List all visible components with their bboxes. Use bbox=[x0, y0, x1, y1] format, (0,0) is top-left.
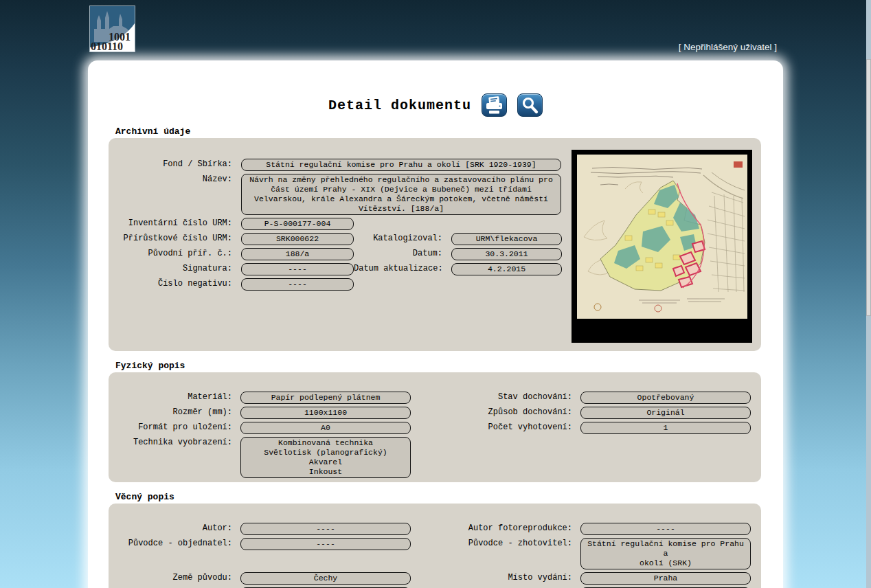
nazev-label: Název: bbox=[109, 174, 237, 185]
technika-line: Kombinovaná technika bbox=[244, 438, 407, 448]
stav-value: Opotřebovaný bbox=[580, 392, 751, 404]
scrollbar-thumb[interactable] bbox=[866, 59, 871, 316]
signatura-label: Signatura: bbox=[109, 263, 237, 275]
technika-label: Technika vyobrazení: bbox=[109, 437, 237, 449]
field-row-material-stav: Materiál: Papír podlepený plátnem Stav d… bbox=[109, 392, 761, 404]
cathedral-logo-icon: 1001 010110 bbox=[90, 6, 135, 52]
format-value: A0 bbox=[240, 422, 411, 434]
autor-fotoreprodukce-label: Autor fotoreprodukce: bbox=[411, 523, 577, 534]
cislo-negativu-label: Číslo negativu: bbox=[109, 278, 237, 290]
print-button[interactable] bbox=[482, 93, 507, 117]
material-label: Materiál: bbox=[109, 392, 237, 403]
fond-label: Fond / Sbírka: bbox=[109, 159, 237, 170]
field-row-puvodce: Původce - objednatel: ---- Původce - zho… bbox=[109, 538, 761, 569]
format-label: Formát pro uložení: bbox=[109, 422, 237, 433]
section-subject-title: Věcný popis bbox=[115, 492, 761, 502]
section-archival-box: Fond / Sbírka: Státní regulační komise p… bbox=[109, 138, 761, 351]
katalogizoval-value: URM\flekacova bbox=[451, 233, 562, 245]
document-thumbnail[interactable] bbox=[572, 150, 752, 343]
pocet-value: 1 bbox=[580, 422, 751, 434]
puvodce-zhotovitel-label: Původce - zhotovitel: bbox=[411, 538, 577, 550]
zeme-puvodu-value: Čechy bbox=[240, 572, 411, 585]
inventarni-label: Inventární číslo URM: bbox=[109, 218, 237, 229]
nazev-value: Návrh na změny přehledného regulačního a… bbox=[241, 174, 561, 215]
puvodce-objednatel-value: ---- bbox=[240, 538, 411, 550]
page-title: Detail dokumentu bbox=[328, 98, 471, 113]
stav-label: Stav dochování: bbox=[411, 392, 577, 403]
site-logo[interactable]: 1001 010110 bbox=[89, 5, 135, 52]
datum-aktualizace-label: Datum aktualizace: bbox=[354, 263, 447, 275]
fond-value: Státní regulační komise pro Prahu a okol… bbox=[241, 159, 561, 171]
zpusob-label: Způsob dochování: bbox=[411, 407, 577, 418]
technika-line: Akvarel bbox=[244, 457, 407, 467]
scrollbar[interactable] bbox=[866, 0, 871, 588]
section-archival-title: Archivní údaje bbox=[115, 126, 761, 137]
search-icon bbox=[518, 94, 542, 116]
rozmer-value: 1100x1100 bbox=[240, 407, 411, 419]
material-value: Papír podlepený plátnem bbox=[240, 392, 411, 404]
field-row-autor: Autor: ---- Autor fotoreprodukce: ---- bbox=[109, 523, 761, 535]
section-physical-box: Materiál: Papír podlepený plátnem Stav d… bbox=[109, 372, 761, 482]
map-thumbnail-image bbox=[577, 155, 747, 319]
prirustkove-label: Přírůstkové číslo URM: bbox=[109, 233, 237, 245]
cislo-negativu-value: ---- bbox=[241, 278, 354, 291]
title-row: Detail dokumentu bbox=[88, 93, 783, 117]
field-row-zeme-misto: Země původu: Čechy Místo vydání: Praha bbox=[109, 572, 761, 585]
puvodni-label: Původní příř. č.: bbox=[109, 248, 237, 260]
section-physical: Fyzický popis Materiál: Papír podlepený … bbox=[109, 361, 761, 482]
datum-value: 30.3.2011 bbox=[451, 248, 562, 260]
section-physical-title: Fyzický popis bbox=[115, 361, 761, 371]
technika-line: Světlotisk (planografický) bbox=[244, 448, 407, 457]
zeme-puvodu-label: Země původu: bbox=[109, 572, 237, 584]
autor-value: ---- bbox=[240, 523, 411, 535]
datum-label: Datum: bbox=[354, 248, 447, 260]
printer-icon bbox=[482, 94, 506, 116]
puvodce-zhotovitel-line: okolí (SRK) bbox=[584, 558, 747, 568]
section-subject-box: Autor: ---- Autor fotoreprodukce: ---- P… bbox=[109, 504, 761, 588]
search-button[interactable] bbox=[517, 93, 543, 117]
svg-text:010110: 010110 bbox=[91, 41, 123, 52]
autor-label: Autor: bbox=[109, 523, 237, 534]
puvodni-value: 188/a bbox=[241, 248, 354, 260]
autor-fotoreprodukce-value: ---- bbox=[580, 523, 751, 535]
misto-vydani-label: Místo vydání: bbox=[411, 572, 577, 584]
prirustkove-value: SRK000622 bbox=[241, 233, 354, 245]
inventarni-value: P-S-000177-004 bbox=[241, 218, 354, 230]
rozmer-label: Rozměr (mm): bbox=[109, 407, 237, 418]
field-row-technika: Technika vyobrazení: Kombinovaná technik… bbox=[109, 437, 761, 478]
section-subject: Věcný popis Autor: ---- Autor fotoreprod… bbox=[109, 492, 761, 588]
katalogizoval-label: Katalogizoval: bbox=[354, 233, 447, 245]
technika-value: Kombinovaná technika Světlotisk (planogr… bbox=[240, 437, 411, 478]
user-status: [ Nepřihlášený uživatel ] bbox=[679, 42, 777, 52]
pocet-label: Počet vyhotovení: bbox=[411, 422, 577, 433]
misto-vydani-value: Praha bbox=[580, 572, 751, 585]
content-panel: Detail dokumentu Archivní údaje bbox=[88, 60, 783, 588]
zpusob-value: Originál bbox=[580, 407, 751, 419]
field-row-rozmer-zpusob: Rozměr (mm): 1100x1100 Způsob dochování:… bbox=[109, 407, 761, 419]
section-archival: Archivní údaje Fond / Sbírka: Státní reg… bbox=[109, 126, 761, 351]
puvodce-zhotovitel-line: Státní regulační komise pro Prahu a bbox=[584, 539, 747, 558]
datum-aktualizace-value: 4.2.2015 bbox=[451, 263, 562, 275]
technika-line: Inkoust bbox=[244, 467, 407, 477]
puvodce-objednatel-label: Původce - objednatel: bbox=[109, 538, 237, 550]
puvodce-zhotovitel-value: Státní regulační komise pro Prahu a okol… bbox=[580, 538, 751, 569]
signatura-value: ---- bbox=[241, 263, 354, 275]
field-row-format-pocet: Formát pro uložení: A0 Počet vyhotovení:… bbox=[109, 422, 761, 434]
